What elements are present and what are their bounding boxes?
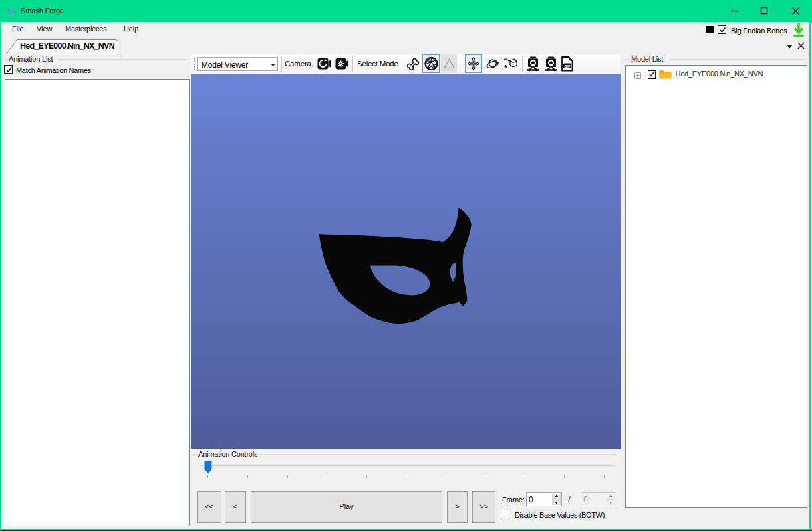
svg-text:GIF: GIF <box>564 64 571 68</box>
